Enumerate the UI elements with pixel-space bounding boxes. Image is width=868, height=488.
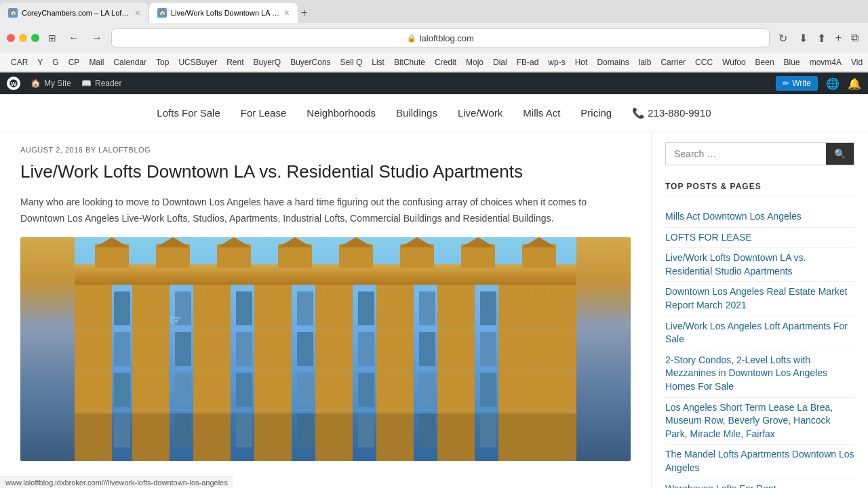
- svg-rect-30: [175, 291, 191, 325]
- wp-admin-bar: W 🏠 My Site 📖 Reader ✏ Write 🌐 🔔: [0, 73, 868, 94]
- bookmark-cp[interactable]: CP: [64, 56, 84, 68]
- sidebar-link-0[interactable]: Mills Act Downtown Los Angeles: [665, 207, 854, 228]
- search-button[interactable]: 🔍: [826, 143, 854, 165]
- sidebar-link-2[interactable]: Live/Work Lofts Downtown LA vs. Resident…: [665, 248, 854, 282]
- new-tab-icon-button[interactable]: +: [833, 30, 844, 45]
- bookmark-wps[interactable]: wp-s: [544, 56, 569, 68]
- bookmark-g[interactable]: G: [48, 56, 62, 68]
- new-tab-button[interactable]: +: [298, 3, 310, 23]
- bookmark-calendar[interactable]: Calendar: [109, 56, 151, 68]
- bookmark-credit[interactable]: Credit: [431, 56, 460, 68]
- bookmark-buyercons[interactable]: BuyerCons: [286, 56, 334, 68]
- nav-buildings[interactable]: Buildings: [396, 107, 437, 119]
- windows-button[interactable]: ⧉: [848, 30, 861, 45]
- nav-neighborhoods[interactable]: Neighborhoods: [307, 107, 376, 119]
- bookmark-dial[interactable]: Dial: [489, 56, 511, 68]
- browser-actions: ⬇ ⬆ + ⧉: [796, 30, 861, 46]
- bookmark-y[interactable]: Y: [33, 56, 47, 68]
- bookmark-ucsbuy[interactable]: UCSBuyer: [174, 56, 221, 68]
- refresh-button[interactable]: ↻: [775, 30, 791, 46]
- close-dot[interactable]: [7, 34, 15, 42]
- maximize-dot[interactable]: [31, 34, 39, 42]
- svg-rect-35: [480, 291, 496, 325]
- bookmark-fbad[interactable]: FB-ad: [513, 56, 543, 68]
- bookmark-buyerq[interactable]: BuyerQ: [250, 56, 285, 68]
- status-bar: www.laloftblog.idxbroker.com///livework-…: [0, 476, 233, 488]
- bookmark-hot[interactable]: Hot: [571, 56, 592, 68]
- nav-livework[interactable]: Live/Work: [458, 107, 502, 119]
- svg-rect-45: [236, 373, 252, 407]
- minimize-dot[interactable]: [19, 34, 27, 42]
- top-posts-title: TOP POSTS & PAGES: [665, 182, 854, 197]
- address-bar[interactable]: 🔒 laloftblog.com: [111, 28, 770, 47]
- post-meta: August 2, 2016 by LALOFTBLOG: [20, 146, 631, 154]
- sidebar: 🔍 TOP POSTS & PAGES Mills Act Downtown L…: [651, 132, 868, 488]
- content-area: August 2, 2016 by LALOFTBLOG Live/Work L…: [0, 132, 651, 488]
- search-box: 🔍: [665, 142, 854, 165]
- svg-rect-6: [217, 244, 251, 268]
- nav-lofts-for-sale[interactable]: Lofts For Sale: [157, 107, 220, 119]
- sidebar-link-6[interactable]: Los Angeles Short Term Lease La Brea, Mu…: [665, 398, 854, 445]
- bookmark-mojo[interactable]: Mojo: [462, 56, 488, 68]
- bookmark-wufoo[interactable]: Wufoo: [718, 56, 749, 68]
- svg-rect-48: [419, 373, 435, 407]
- svg-rect-10: [461, 244, 495, 268]
- bookmark-top[interactable]: Top: [152, 56, 173, 68]
- tab-1-close[interactable]: ×: [135, 7, 140, 18]
- sidebar-link-7[interactable]: The Mandel Lofts Apartments Downtown Los…: [665, 445, 854, 479]
- download-button[interactable]: ⬇: [796, 30, 810, 46]
- status-url: www.laloftblog.idxbroker.com///livework-…: [5, 479, 228, 487]
- wp-reader-item[interactable]: 📖 Reader: [81, 79, 121, 88]
- sidebar-toggle-button[interactable]: ⊞: [45, 31, 60, 45]
- bookmark-sellq[interactable]: Sell Q: [336, 56, 367, 68]
- share-button[interactable]: ⬆: [814, 30, 829, 46]
- sidebar-link-3[interactable]: Downtown Los Angeles Real Estate Market …: [665, 282, 854, 316]
- bookmark-mail[interactable]: Mail: [85, 56, 108, 68]
- browser-chrome: 🏠 CoreyChambers.com – LA Loft Blog × 🏠 L…: [0, 0, 868, 73]
- back-button[interactable]: ←: [65, 30, 83, 45]
- svg-rect-61: [75, 413, 576, 461]
- tab-2-close[interactable]: ×: [284, 7, 290, 18]
- mysite-icon: 🏠: [31, 79, 41, 88]
- bookmark-car[interactable]: CAR: [7, 56, 32, 68]
- nav-for-lease[interactable]: For Lease: [241, 107, 287, 119]
- bookmark-domains[interactable]: Domains: [593, 56, 633, 68]
- bookmark-movm4a[interactable]: movm4A: [806, 56, 846, 68]
- nav-mills-act[interactable]: Mills Act: [523, 107, 560, 119]
- bookmark-been[interactable]: Been: [751, 56, 778, 68]
- sidebar-link-1[interactable]: LOFTS FOR LEASE: [665, 228, 854, 249]
- globe-icon[interactable]: 🌐: [826, 77, 840, 90]
- svg-rect-41: [419, 332, 435, 366]
- nav-phone[interactable]: 📞 213-880-9910: [632, 107, 711, 119]
- bell-icon[interactable]: 🔔: [848, 77, 861, 90]
- search-input[interactable]: [666, 143, 826, 165]
- svg-rect-39: [297, 332, 313, 366]
- main-layout: August 2, 2016 by LALOFTBLOG Live/Work L…: [0, 132, 868, 488]
- tab-1[interactable]: 🏠 CoreyChambers.com – LA Loft Blog ×: [0, 3, 149, 23]
- sidebar-link-8[interactable]: Warehouse Lofts For Rent: [665, 479, 854, 489]
- write-button[interactable]: ✏ Write: [776, 76, 818, 91]
- bookmark-rent[interactable]: Rent: [222, 56, 248, 68]
- reader-label: Reader: [95, 79, 121, 88]
- bookmark-lalb[interactable]: lalb: [635, 56, 656, 68]
- bookmark-carrier[interactable]: Carrier: [656, 56, 690, 68]
- svg-rect-49: [480, 373, 496, 407]
- lock-icon: 🔒: [407, 34, 416, 43]
- wp-mysite-item[interactable]: 🏠 My Site: [31, 79, 71, 88]
- tab-2[interactable]: 🏠 Live/Work Lofts Downtown LA vs. Reside…: [149, 3, 298, 23]
- bookmark-blue[interactable]: Blue: [780, 56, 804, 68]
- browser-toolbar: ⊞ ← → 🔒 laloftblog.com ↻ ⬇ ⬆ + ⧉: [0, 23, 868, 53]
- bookmark-bitchute[interactable]: BitChute: [390, 56, 429, 68]
- bookmark-ccc[interactable]: CCC: [691, 56, 717, 68]
- forward-button[interactable]: →: [88, 30, 106, 45]
- tab-1-title: CoreyChambers.com – LA Loft Blog: [22, 9, 131, 17]
- bookmark-list[interactable]: List: [368, 56, 389, 68]
- building-image: ☞: [20, 237, 631, 461]
- post-excerpt: Many who are looking to move to Downtown…: [20, 195, 631, 227]
- sidebar-link-4[interactable]: Live/Work Los Angeles Loft Apartments Fo…: [665, 317, 854, 350]
- svg-rect-3: [75, 264, 576, 285]
- phone-number: 213-880-9910: [648, 107, 711, 119]
- nav-pricing[interactable]: Pricing: [580, 107, 612, 119]
- bookmark-vid[interactable]: Vid: [847, 56, 867, 68]
- sidebar-link-5[interactable]: 2-Story Condos, 2-Level Lofts with Mezza…: [665, 350, 854, 398]
